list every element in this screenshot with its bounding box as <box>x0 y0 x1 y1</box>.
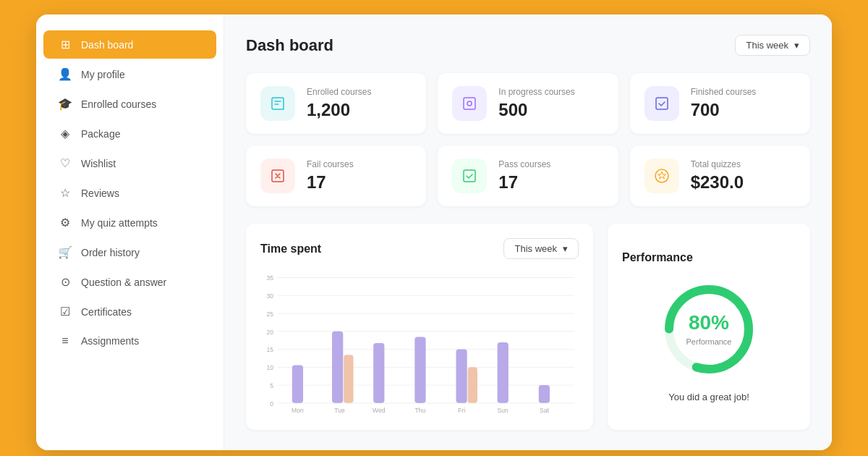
stat-value-fail: 17 <box>307 172 354 193</box>
sidebar-label-quiz: My quiz attempts <box>81 217 158 229</box>
sidebar-item-assignments[interactable]: ≡Assignments <box>43 327 216 355</box>
sidebar-item-wishlist[interactable]: ♡Wishlist <box>43 149 216 177</box>
stat-icon-pass <box>452 159 487 193</box>
week-selector-button[interactable]: This week ▾ <box>735 35 810 56</box>
stat-info-quizzes: Total quizzes$230.0 <box>691 159 744 193</box>
stat-value-quizzes: $230.0 <box>691 172 744 193</box>
svg-rect-22 <box>292 365 303 402</box>
sidebar-icon-enrolled: 🎓 <box>58 97 72 111</box>
sidebar-label-enrolled: Enrolled courses <box>81 98 156 110</box>
sidebar-item-qa[interactable]: ⊙Question & answer <box>43 268 216 296</box>
sidebar-icon-package: ◈ <box>58 127 72 140</box>
sidebar-label-qa: Question & answer <box>81 276 166 288</box>
stat-card-pass: Pass courses17 <box>438 145 618 206</box>
chart-week-selector[interactable]: This week ▾ <box>503 238 579 259</box>
sidebar-label-dashboard: Dash board <box>81 39 133 51</box>
sidebar-item-orders[interactable]: 🛒Order history <box>43 238 216 266</box>
page-title: Dash board <box>246 36 333 55</box>
stat-info-enrolled-courses: Enrolled courses1,200 <box>307 87 371 120</box>
main-content: Dash board This week ▾ Enrolled courses1… <box>224 14 832 450</box>
sidebar-item-quiz[interactable]: ⚙My quiz attempts <box>43 208 216 237</box>
main-header: Dash board This week ▾ <box>246 35 810 56</box>
svg-text:15: 15 <box>267 346 274 353</box>
stat-label-in-progress: In progress courses <box>498 87 574 97</box>
svg-text:Fri: Fri <box>458 407 465 414</box>
donut-sublabel: Performance <box>686 337 732 346</box>
svg-rect-31 <box>456 350 467 403</box>
sidebar-icon-assignments: ≡ <box>58 334 72 347</box>
performance-card: Performance 80% Performance <box>608 224 810 430</box>
chart-title: Time spent <box>260 242 321 256</box>
svg-text:Mon: Mon <box>292 407 304 414</box>
bottom-section: Time spent This week ▾ 35 30 25 20 15 10 <box>246 224 810 430</box>
sidebar-item-dashboard[interactable]: ⊞Dash board <box>43 30 216 59</box>
svg-text:0: 0 <box>270 400 273 408</box>
stat-icon-quizzes <box>644 159 679 193</box>
stat-card-in-progress: In progress courses500 <box>438 73 618 134</box>
svg-text:30: 30 <box>267 292 274 300</box>
svg-point-1 <box>467 101 472 106</box>
sidebar-label-package: Package <box>81 128 120 140</box>
stat-label-enrolled-courses: Enrolled courses <box>307 87 371 97</box>
svg-rect-36 <box>539 385 550 403</box>
svg-rect-24 <box>332 332 343 403</box>
stat-label-quizzes: Total quizzes <box>691 159 744 169</box>
stat-label-finished: Finished courses <box>691 87 757 97</box>
week-selector-label: This week <box>746 40 788 51</box>
svg-rect-0 <box>464 98 475 109</box>
chart-week-label: This week <box>514 243 557 254</box>
svg-text:Tue: Tue <box>334 407 345 414</box>
stat-value-finished: 700 <box>691 100 757 120</box>
svg-text:20: 20 <box>267 329 274 336</box>
svg-text:5: 5 <box>270 382 273 389</box>
stat-value-in-progress: 500 <box>498 100 574 120</box>
sidebar-item-reviews[interactable]: ☆Reviews <box>43 179 216 207</box>
svg-text:Sun: Sun <box>498 407 509 414</box>
sidebar-item-package[interactable]: ◈Package <box>43 119 216 148</box>
sidebar-icon-qa: ⊙ <box>58 275 72 289</box>
svg-rect-29 <box>414 337 425 402</box>
svg-text:35: 35 <box>267 274 274 282</box>
stats-grid: Enrolled courses1,200In progress courses… <box>246 73 810 206</box>
sidebar-label-certs: Certificates <box>81 306 132 318</box>
sidebar: ⊞Dash board👤My profile🎓Enrolled courses◈… <box>36 14 224 450</box>
sidebar-icon-orders: 🛒 <box>58 245 72 259</box>
sidebar-icon-reviews: ☆ <box>58 186 72 200</box>
sidebar-label-wishlist: Wishlist <box>81 158 116 169</box>
stat-info-fail: Fail courses17 <box>307 159 354 193</box>
sidebar-label-assignments: Assignments <box>81 335 139 347</box>
svg-text:25: 25 <box>267 311 274 318</box>
app-container: ⊞Dash board👤My profile🎓Enrolled courses◈… <box>36 14 832 450</box>
stat-icon-enrolled-courses <box>260 86 295 121</box>
sidebar-item-certs[interactable]: ☑Certificates <box>43 297 216 326</box>
svg-rect-32 <box>468 367 477 403</box>
sidebar-icon-certs: ☑ <box>58 305 72 318</box>
svg-rect-4 <box>464 170 475 182</box>
sidebar-label-profile: My profile <box>81 69 125 80</box>
svg-rect-34 <box>498 342 509 403</box>
svg-rect-27 <box>373 343 384 403</box>
donut-label: 80% Performance <box>686 311 732 347</box>
stat-value-enrolled-courses: 1,200 <box>307 100 371 120</box>
svg-text:Sat: Sat <box>540 407 549 414</box>
donut-percent: 80% <box>686 311 732 334</box>
svg-rect-25 <box>344 355 353 403</box>
sidebar-item-enrolled[interactable]: 🎓Enrolled courses <box>43 90 216 118</box>
chart-header: Time spent This week ▾ <box>260 238 579 259</box>
stat-label-pass: Pass courses <box>498 159 550 169</box>
sidebar-icon-profile: 👤 <box>58 67 72 81</box>
sidebar-icon-wishlist: ♡ <box>58 156 72 170</box>
sidebar-label-orders: Order history <box>81 247 140 258</box>
svg-text:10: 10 <box>267 364 274 371</box>
stat-value-pass: 17 <box>498 172 550 193</box>
stat-card-fail: Fail courses17 <box>246 145 426 206</box>
chart-svg: 35 30 25 20 15 10 5 0 <box>260 271 579 415</box>
chevron-down-icon: ▾ <box>794 40 799 51</box>
stat-icon-finished <box>644 86 679 121</box>
sidebar-item-profile[interactable]: 👤My profile <box>43 60 216 88</box>
svg-rect-2 <box>656 98 668 109</box>
performance-title: Performance <box>622 251 693 264</box>
svg-text:Thu: Thu <box>415 407 426 414</box>
sidebar-icon-dashboard: ⊞ <box>58 38 72 51</box>
chart-chevron-icon: ▾ <box>563 243 568 254</box>
